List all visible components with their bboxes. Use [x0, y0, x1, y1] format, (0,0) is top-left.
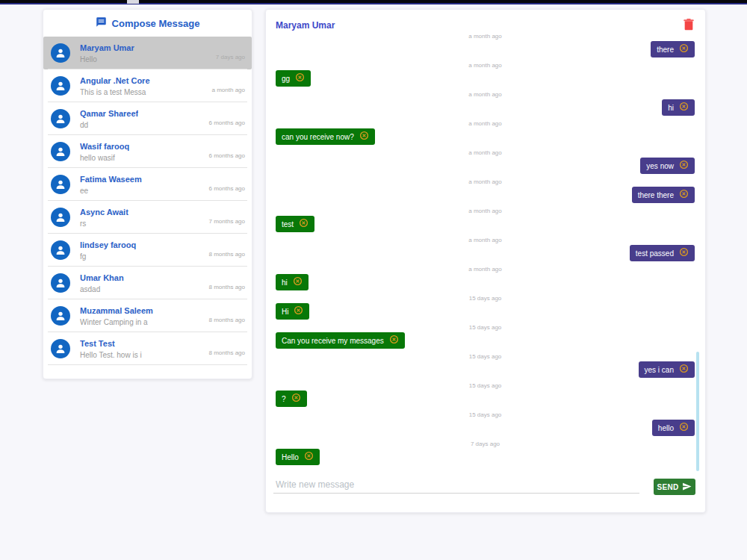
delete-message-button[interactable] — [304, 452, 314, 462]
delete-message-button[interactable] — [294, 307, 303, 317]
message-bubble: there — [651, 41, 695, 57]
message-text: hi — [282, 279, 288, 287]
contact-row[interactable]: Test Test Hello Test. how is i 8 months … — [43, 332, 252, 365]
message-bubble: test — [276, 216, 314, 232]
delete-message-button[interactable] — [679, 423, 689, 433]
contact-timestamp: 8 months ago — [209, 317, 245, 323]
delete-message-button[interactable] — [299, 220, 309, 229]
person-icon — [51, 240, 70, 260]
trash-icon — [683, 22, 695, 34]
message-timestamp: a month ago — [276, 120, 695, 127]
message-bubble: gg — [276, 70, 311, 87]
contact-row[interactable]: Fatima Waseem ee 6 months ago — [43, 168, 252, 201]
delete-message-button[interactable] — [293, 278, 303, 287]
contact-row[interactable]: Async Await rs 7 months ago — [43, 201, 252, 234]
contact-name: Angular .Net Core — [80, 75, 150, 86]
contact-row[interactable]: lindsey farooq fg 8 months ago — [43, 234, 252, 267]
message-timestamp: a month ago — [276, 91, 695, 98]
message-timestamp: a month ago — [276, 266, 695, 273]
message-group: a month ago there — [276, 33, 695, 57]
contact-last-message: fg — [80, 252, 136, 261]
delete-message-button[interactable] — [291, 394, 301, 404]
contact-row[interactable]: Qamar Shareef dd 6 months ago — [43, 102, 252, 135]
message-group: a month ago gg — [276, 62, 695, 87]
compose-message-label: Compose Message — [112, 18, 200, 29]
contact-name: Maryam Umar — [80, 43, 134, 53]
contact-timestamp: 7 months ago — [209, 218, 245, 225]
message-timestamp: 15 days ago — [276, 353, 695, 360]
message-text: hello — [658, 424, 674, 432]
contact-row[interactable]: Angular .Net Core This is a test Messa a… — [43, 69, 252, 102]
contact-name: Test Test — [80, 338, 142, 349]
message-bubble: hi — [662, 99, 695, 116]
circle-x-icon — [679, 422, 689, 434]
message-bubble: test passed — [630, 245, 695, 261]
contact-row[interactable]: Umar Khan asdad 8 months ago — [43, 267, 252, 299]
chat-panel: Maryam Umar a month ago there a month ag… — [265, 9, 706, 513]
person-icon — [51, 109, 70, 128]
circle-x-icon — [679, 102, 689, 113]
person-icon — [51, 273, 70, 293]
message-group: a month ago test passed — [276, 237, 695, 261]
circle-x-icon — [679, 247, 689, 259]
person-icon — [51, 339, 70, 358]
contact-name: Wasif farooq — [80, 141, 129, 152]
message-text: Hi — [282, 308, 288, 316]
message-text: yes i can — [645, 366, 674, 374]
message-text: there — [657, 46, 674, 54]
delete-message-button[interactable] — [679, 161, 689, 171]
contact-row[interactable]: Wasif farooq hello wasif 6 months ago — [43, 135, 252, 168]
circle-x-icon — [295, 72, 305, 84]
delete-message-button[interactable] — [295, 74, 305, 84]
new-message-input[interactable] — [273, 476, 639, 494]
circle-x-icon — [679, 43, 689, 55]
chat-title: Maryam Umar — [276, 20, 335, 31]
message-group: 15 days ago hello — [276, 411, 695, 436]
delete-message-button[interactable] — [679, 365, 689, 375]
delete-message-button[interactable] — [679, 103, 689, 113]
contact-timestamp: 6 months ago — [209, 185, 245, 192]
circle-x-icon — [299, 218, 309, 230]
message-timestamp: a month ago — [276, 237, 695, 243]
message-text: can you receive now? — [282, 133, 354, 141]
top-strip-notch — [127, 0, 139, 4]
messages-scrollbar[interactable] — [696, 352, 699, 471]
message-timestamp: 15 days ago — [276, 411, 695, 418]
delete-message-button[interactable] — [679, 249, 689, 258]
message-bubble: ? — [276, 391, 307, 407]
contact-timestamp: 8 months ago — [209, 251, 245, 258]
send-button-label: SEND — [657, 483, 679, 491]
contact-timestamp: 6 months ago — [209, 152, 245, 159]
send-icon — [682, 482, 692, 493]
message-group: 15 days ago Hi — [276, 295, 695, 320]
message-group: a month ago hi — [276, 266, 695, 290]
message-text: Can you receive my messages — [282, 337, 384, 345]
contact-last-message: Hello — [80, 55, 134, 64]
delete-message-button[interactable] — [359, 132, 369, 142]
circle-x-icon — [291, 393, 301, 405]
contact-row[interactable]: Muzammal Saleem Winter Camping in a 8 mo… — [43, 299, 252, 332]
message-text: hi — [668, 104, 674, 112]
circle-x-icon — [389, 335, 399, 346]
send-button[interactable]: SEND — [654, 479, 695, 495]
contact-row[interactable]: Maryam Umar Hello 7 days ago — [43, 37, 252, 69]
circle-x-icon — [293, 276, 303, 288]
message-group: 15 days ago ? — [276, 382, 695, 407]
message-bubble: Can you receive my messages — [276, 332, 405, 349]
delete-conversation-button[interactable] — [682, 18, 695, 33]
delete-message-button[interactable] — [679, 190, 689, 200]
message-timestamp: 15 days ago — [276, 324, 695, 331]
contact-timestamp: 6 months ago — [209, 119, 245, 126]
message-timestamp: 15 days ago — [276, 295, 695, 302]
message-group: 15 days ago Can you receive my messages — [276, 324, 695, 349]
contact-timestamp: 8 months ago — [209, 284, 245, 290]
circle-x-icon — [359, 131, 369, 143]
circle-x-icon — [294, 305, 303, 317]
delete-message-button[interactable] — [679, 45, 689, 55]
circle-x-icon — [679, 189, 689, 201]
person-icon — [51, 76, 70, 96]
contact-timestamp: 7 days ago — [216, 54, 245, 60]
compose-message-button[interactable]: Compose Message — [43, 10, 252, 37]
message-bubble: yes now — [640, 158, 695, 174]
delete-message-button[interactable] — [389, 336, 399, 346]
